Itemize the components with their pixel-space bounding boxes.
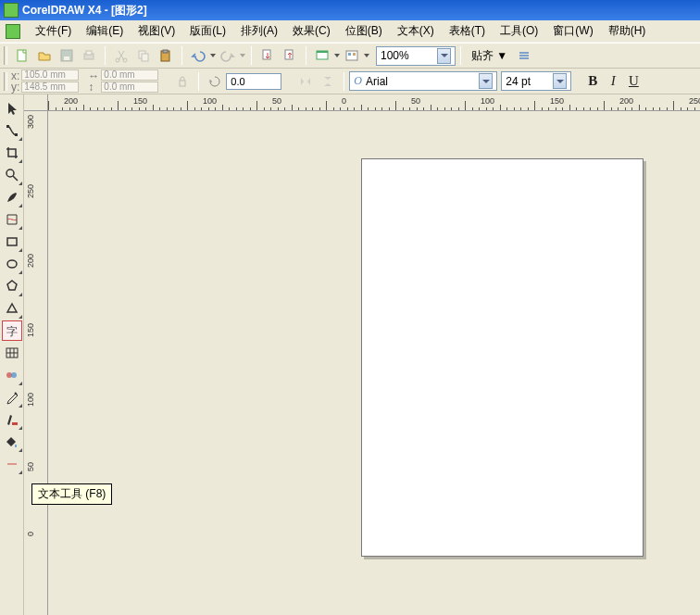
horizontal-ruler[interactable]: 20015010050050100150200250 xyxy=(48,94,700,111)
toolbar-grip[interactable] xyxy=(4,46,7,65)
svg-rect-28 xyxy=(12,422,18,425)
paste-button[interactable] xyxy=(156,45,176,66)
ruler-tick-label: 50 xyxy=(26,462,35,471)
property-bar: x:y: 105.0 mm 148.5 mm ↔↕ 0.0 mm 0.0 mm … xyxy=(0,69,700,94)
crop-tool[interactable] xyxy=(2,143,22,163)
menu-window[interactable]: 窗口(W) xyxy=(545,21,600,41)
menu-help[interactable]: 帮助(H) xyxy=(601,21,654,41)
font-family-value: Arial xyxy=(366,75,388,88)
drawing-page[interactable] xyxy=(361,158,644,557)
propbar-grip[interactable] xyxy=(4,72,7,91)
zoom-tool[interactable] xyxy=(2,165,22,185)
ruler-tick-label: 200 xyxy=(26,254,35,268)
font-size-combo[interactable]: 24 pt xyxy=(501,71,571,91)
dropdown-arrow-icon[interactable] xyxy=(479,73,493,89)
menu-layout[interactable]: 版面(L) xyxy=(182,21,233,41)
menu-text[interactable]: 文本(X) xyxy=(390,21,442,41)
ruler-origin[interactable] xyxy=(24,94,48,111)
svg-rect-8 xyxy=(142,54,148,61)
undo-button[interactable] xyxy=(188,45,208,66)
menu-arrange[interactable]: 排列(A) xyxy=(233,21,285,41)
text-tool[interactable]: 字 xyxy=(2,320,22,341)
mirror-v-button[interactable] xyxy=(318,71,338,92)
ruler-tick-label: 150 xyxy=(26,323,35,337)
app-launcher-button[interactable] xyxy=(312,45,332,66)
save-button[interactable] xyxy=(56,45,77,66)
svg-rect-19 xyxy=(6,125,9,128)
copy-button[interactable] xyxy=(133,45,154,66)
ruler-tick-label: 300 xyxy=(26,115,35,129)
height-readout: 0.0 mm xyxy=(101,82,158,93)
welcome-dropdown[interactable] xyxy=(363,54,370,57)
y-position-readout: 148.5 mm xyxy=(21,82,79,93)
new-button[interactable] xyxy=(12,45,32,66)
xy-labels: x:y: xyxy=(11,70,19,93)
svg-rect-10 xyxy=(163,50,168,53)
italic-button[interactable]: I xyxy=(603,71,623,92)
open-button[interactable] xyxy=(34,45,55,66)
outline-tool[interactable] xyxy=(2,409,22,430)
ruler-tick-label: 100 xyxy=(26,393,35,407)
ruler-tick-label: 0 xyxy=(26,532,35,536)
svg-rect-4 xyxy=(86,51,92,55)
export-button[interactable] xyxy=(280,45,300,66)
interactive-fill-tool[interactable] xyxy=(2,454,22,474)
rotation-input[interactable]: 0.0 xyxy=(226,73,281,90)
basic-shapes-tool[interactable] xyxy=(2,298,22,319)
ruler-tick-label: 150 xyxy=(550,96,564,106)
undo-history-dropdown[interactable] xyxy=(209,54,217,57)
vertical-ruler[interactable]: 300250200150100500 xyxy=(24,111,48,615)
menu-tools[interactable]: 工具(O) xyxy=(493,21,545,41)
menu-view[interactable]: 视图(V) xyxy=(131,21,182,41)
menu-effects[interactable]: 效果(C) xyxy=(285,21,338,41)
menu-bar: 文件(F) 编辑(E) 视图(V) 版面(L) 排列(A) 效果(C) 位图(B… xyxy=(0,20,700,43)
ruler-tick-label: 100 xyxy=(481,96,494,106)
smart-fill-tool[interactable] xyxy=(2,209,22,230)
main-area: 字 20015010050050100150200250 30025020015… xyxy=(0,94,700,615)
bold-button[interactable]: B xyxy=(582,71,603,92)
app-launcher-dropdown[interactable] xyxy=(333,54,341,57)
dropdown-arrow-icon[interactable] xyxy=(553,73,567,89)
app-logo-icon xyxy=(4,3,19,18)
redo-button[interactable] xyxy=(218,45,238,66)
ruler-tick-label: 50 xyxy=(272,96,281,106)
svg-rect-22 xyxy=(7,238,17,245)
print-button[interactable] xyxy=(79,45,99,66)
zoom-combo[interactable]: 100% xyxy=(376,46,456,66)
fill-tool[interactable] xyxy=(2,432,22,452)
redo-history-dropdown[interactable] xyxy=(239,54,246,57)
rectangle-tool[interactable] xyxy=(2,232,22,252)
ruler-tick-label: 200 xyxy=(64,96,78,106)
underline-button[interactable]: U xyxy=(623,71,644,92)
standard-toolbar: 100% 贴齐 ▼ xyxy=(0,43,700,69)
import-button[interactable] xyxy=(257,45,278,66)
shape-tool[interactable] xyxy=(2,120,22,141)
menu-bitmaps[interactable]: 位图(B) xyxy=(338,21,390,41)
svg-rect-20 xyxy=(15,133,18,136)
title-bar: CorelDRAW X4 - [图形2] xyxy=(0,0,700,20)
menu-edit[interactable]: 编辑(E) xyxy=(79,21,131,41)
freehand-tool[interactable] xyxy=(2,187,22,207)
ellipse-tool[interactable] xyxy=(2,254,22,274)
tool-tooltip: 文本工具 (F8) xyxy=(31,483,112,505)
mirror-h-button[interactable] xyxy=(295,71,316,92)
font-family-combo[interactable]: O Arial xyxy=(349,71,497,91)
svg-rect-17 xyxy=(353,53,356,56)
cut-button[interactable] xyxy=(111,45,131,66)
menu-file[interactable]: 文件(F) xyxy=(28,21,79,41)
table-tool[interactable] xyxy=(2,343,22,363)
polygon-tool[interactable] xyxy=(2,276,22,296)
workspace[interactable] xyxy=(48,111,700,615)
ruler-tick-label: 100 xyxy=(203,96,217,106)
svg-text:字: 字 xyxy=(6,325,18,338)
pick-tool[interactable] xyxy=(2,98,22,119)
welcome-button[interactable] xyxy=(342,45,362,66)
options-button[interactable] xyxy=(514,45,534,66)
eyedropper-tool[interactable] xyxy=(2,387,22,408)
interactive-blend-tool[interactable] xyxy=(2,365,22,385)
snap-button[interactable]: 贴齐 ▼ xyxy=(466,48,513,64)
svg-point-23 xyxy=(7,260,17,268)
menu-table[interactable]: 表格(T) xyxy=(442,21,493,41)
dropdown-arrow-icon[interactable] xyxy=(437,48,451,64)
lock-ratio-button[interactable] xyxy=(172,71,193,92)
